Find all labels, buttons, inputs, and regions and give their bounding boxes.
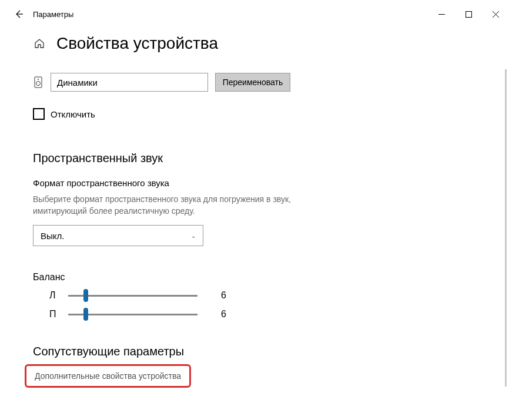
- page-header: Свойства устройства: [33, 34, 476, 53]
- balance-left-row: Л 6: [33, 288, 476, 303]
- balance-left-value: 6: [221, 290, 226, 301]
- spatial-format-label: Формат пространственного звука: [33, 178, 476, 188]
- minimize-button[interactable]: [428, 5, 455, 23]
- titlebar: Параметры: [0, 0, 509, 28]
- advanced-properties-link[interactable]: Дополнительные свойства устройства: [35, 371, 181, 381]
- window-controls: [428, 5, 509, 23]
- svg-point-5: [38, 79, 39, 80]
- balance-right-row: П 6: [33, 307, 476, 321]
- slider-thumb[interactable]: [83, 308, 88, 321]
- rename-button[interactable]: Переименовать: [215, 73, 290, 92]
- spatial-format-desc: Выберите формат пространственного звука …: [33, 194, 327, 217]
- scrollbar[interactable]: [505, 69, 507, 387]
- spatial-heading: Пространственный звук: [33, 152, 476, 165]
- advanced-link-highlight: Дополнительные свойства устройства: [25, 364, 191, 388]
- slider-thumb[interactable]: [83, 289, 88, 302]
- svg-rect-1: [466, 11, 471, 17]
- close-button[interactable]: [482, 5, 509, 23]
- disable-label: Отключить: [51, 109, 95, 119]
- page-title: Свойства устройства: [56, 34, 218, 53]
- svg-point-6: [36, 82, 41, 86]
- disable-row: Отключить: [33, 108, 476, 120]
- dropdown-value: Выкл.: [41, 231, 64, 241]
- home-icon[interactable]: [33, 37, 46, 50]
- chevron-down-icon: ⌄: [191, 233, 196, 239]
- spatial-format-dropdown[interactable]: Выкл. ⌄: [33, 225, 203, 246]
- disable-checkbox[interactable]: [33, 108, 45, 120]
- balance-right-value: 6: [221, 309, 226, 320]
- device-name-input[interactable]: [51, 73, 208, 92]
- balance-left-slider[interactable]: [68, 288, 197, 303]
- balance-left-label: Л: [49, 290, 68, 301]
- balance-right-slider[interactable]: [68, 307, 197, 321]
- content-area: Свойства устройства Переименовать Отключ…: [0, 28, 509, 410]
- svg-rect-4: [35, 77, 42, 88]
- back-button[interactable]: [11, 9, 27, 19]
- maximize-button[interactable]: [455, 5, 482, 23]
- balance-label: Баланс: [33, 272, 476, 283]
- window-title: Параметры: [33, 10, 73, 19]
- speaker-icon: [33, 76, 43, 88]
- balance-right-label: П: [49, 309, 68, 320]
- related-heading: Сопутствующие параметры: [33, 345, 476, 358]
- device-row: Переименовать: [33, 73, 476, 92]
